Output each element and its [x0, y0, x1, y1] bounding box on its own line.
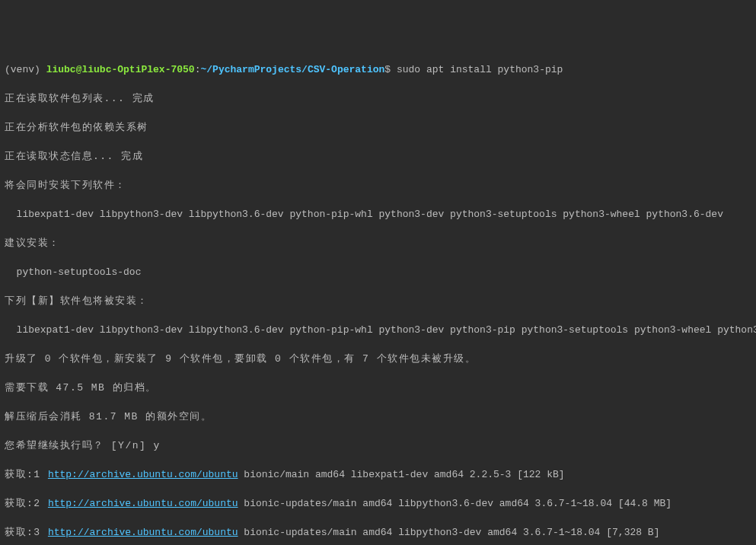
output-line: 正在读取状态信息... 完成 [5, 149, 751, 164]
output-line: 建议安装： [5, 236, 751, 250]
output-line: 您希望继续执行吗？ [Y/n] y [5, 438, 751, 453]
output-line: 升级了 0 个软件包，新安装了 9 个软件包，要卸载 0 个软件包，有 7 个软… [5, 352, 751, 366]
output-line: 将会同时安装下列软件： [5, 178, 751, 193]
command-input[interactable]: sudo apt install python3-pip [397, 64, 563, 75]
archive-link[interactable]: http://archive.ubuntu.com/ubuntu [48, 498, 238, 509]
output-line: 正在分析软件包的依赖关系树 [5, 120, 751, 135]
output-line: libexpat1-dev libpython3-dev libpython3.… [5, 207, 751, 222]
archive-link[interactable]: http://archive.ubuntu.com/ubuntu [48, 469, 238, 480]
fetch-line: 获取:2 http://archive.ubuntu.com/ubuntu bi… [5, 496, 751, 511]
user-host: liubc@liubc-OptiPlex-7050 [46, 64, 195, 75]
archive-link[interactable]: http://archive.ubuntu.com/ubuntu [48, 527, 238, 538]
venv-label: (venv) [5, 64, 40, 75]
cwd-path: ~/PycharmProjects/CSV-Operation [200, 64, 384, 75]
fetch-line: 获取:1 http://archive.ubuntu.com/ubuntu bi… [5, 467, 751, 482]
output-line: libexpat1-dev libpython3-dev libpython3.… [5, 323, 751, 337]
prompt-line: (venv) liubc@liubc-OptiPlex-7050:~/Pycha… [5, 62, 751, 77]
output-line: python-setuptools-doc [5, 265, 751, 279]
output-line: 需要下载 47.5 MB 的归档。 [5, 381, 751, 395]
fetch-line: 获取:3 http://archive.ubuntu.com/ubuntu bi… [5, 525, 751, 540]
output-line: 下列【新】软件包将被安装： [5, 294, 751, 308]
output-line: 正在读取软件包列表... 完成 [5, 91, 751, 106]
output-line: 解压缩后会消耗 81.7 MB 的额外空间。 [5, 410, 751, 424]
